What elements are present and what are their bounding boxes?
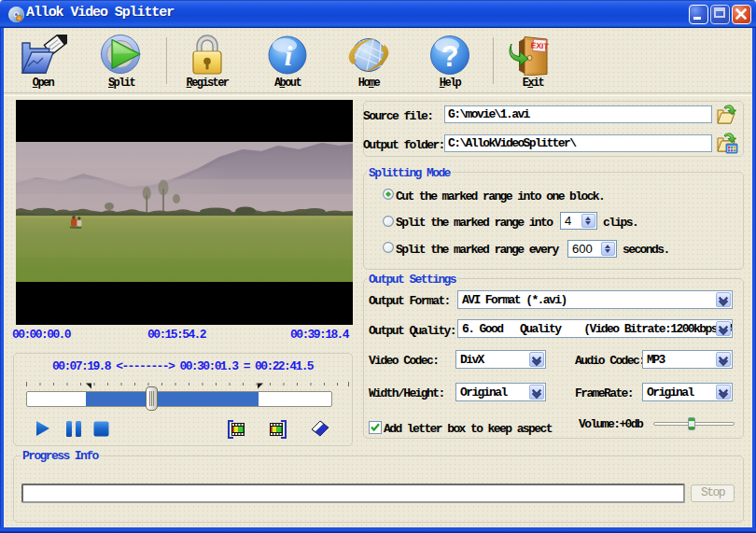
svg-text:EXIT: EXIT [530,40,549,50]
svg-text:i: i [285,40,293,71]
svg-text:?: ? [441,40,459,73]
